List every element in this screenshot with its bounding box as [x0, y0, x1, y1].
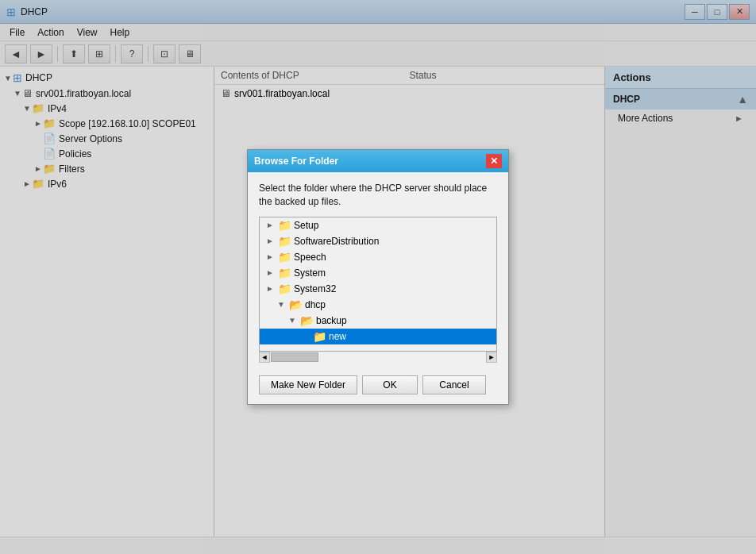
ftree-softwaredist-label: SoftwareDistribution	[294, 236, 379, 247]
setup-folder-icon: 📁	[278, 219, 291, 232]
hscroll-thumb[interactable]	[271, 352, 318, 362]
ftree-new-label: new	[329, 331, 346, 342]
system32-expand[interactable]: ►	[266, 284, 276, 293]
make-new-folder-button[interactable]: Make New Folder	[259, 375, 357, 394]
system32-folder-icon: 📁	[278, 283, 291, 295]
ftree-new[interactable]: 📁 new	[260, 329, 496, 344]
dialog-titlebar: Browse For Folder ✕	[248, 150, 508, 172]
ftree-setup[interactable]: ► 📁 Setup	[260, 217, 496, 233]
ftree-dhcp-label: dhcp	[305, 299, 326, 310]
hscroll-track[interactable]	[270, 352, 486, 363]
hscroll-left-btn[interactable]: ◄	[259, 352, 270, 363]
ftree-backup-label: backup	[316, 315, 347, 326]
hscroll-right-btn[interactable]: ►	[486, 352, 497, 363]
ok-button[interactable]: OK	[362, 375, 418, 394]
ftree-system32-label: System32	[294, 283, 336, 294]
ftree-system32[interactable]: ► 📁 System32	[260, 281, 496, 297]
system-folder-icon: 📁	[278, 267, 291, 279]
ftree-speech-label: Speech	[294, 252, 326, 263]
backup-folder-icon: 📂	[300, 314, 314, 327]
browse-folder-dialog: Browse For Folder ✕ Select the folder wh…	[247, 149, 509, 405]
ftree-dhcp[interactable]: ▼ 📂 dhcp	[260, 297, 496, 313]
softwaredist-expand[interactable]: ►	[266, 237, 276, 245]
horizontal-scrollbar: ◄ ►	[259, 352, 497, 363]
dialog-description: Select the folder where the DHCP server …	[259, 182, 497, 209]
ftree-setup-label: Setup	[294, 220, 318, 231]
modal-overlay: Browse For Folder ✕ Select the folder wh…	[0, 0, 756, 554]
speech-expand[interactable]: ►	[266, 252, 276, 261]
folder-tree-scroll[interactable]: ► 📁 Setup ► 📁 SoftwareDistribution ► 📁	[260, 217, 496, 351]
ftree-system[interactable]: ► 📁 System	[260, 265, 496, 281]
speech-folder-icon: 📁	[278, 251, 291, 264]
system-expand[interactable]: ►	[266, 268, 276, 277]
dhcp-folder-expand[interactable]: ▼	[277, 300, 287, 309]
dialog-body: Select the folder where the DHCP server …	[248, 172, 508, 369]
ftree-speech[interactable]: ► 📁 Speech	[260, 249, 496, 265]
backup-expand[interactable]: ▼	[288, 316, 298, 325]
dialog-close-button[interactable]: ✕	[486, 154, 502, 168]
dialog-buttons: Make New Folder OK Cancel	[248, 369, 508, 404]
setup-expand[interactable]: ►	[266, 221, 276, 229]
ftree-system-label: System	[294, 267, 326, 279]
dhcp-folder-icon: 📂	[289, 298, 303, 311]
new-folder-icon: 📁	[313, 330, 326, 343]
softwaredist-folder-icon: 📁	[278, 235, 291, 248]
cancel-button[interactable]: Cancel	[422, 375, 486, 394]
dialog-title: Browse For Folder	[254, 156, 338, 167]
ftree-backup[interactable]: ▼ 📂 backup	[260, 313, 496, 329]
folder-tree-container: ► 📁 Setup ► 📁 SoftwareDistribution ► 📁	[259, 217, 497, 352]
ftree-softwaredist[interactable]: ► 📁 SoftwareDistribution	[260, 233, 496, 249]
